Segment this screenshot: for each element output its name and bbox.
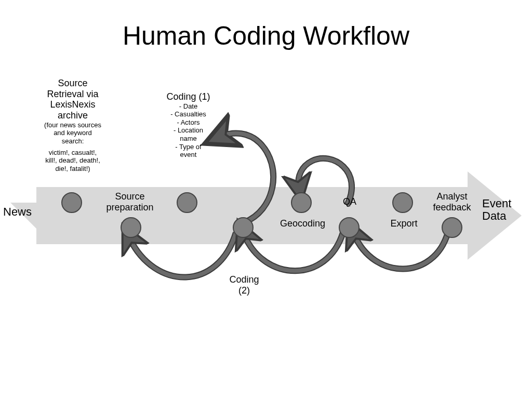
an1: Analyst	[426, 191, 478, 202]
node-qa	[339, 217, 360, 238]
node-export	[392, 192, 413, 213]
node-coding2	[233, 217, 254, 238]
c1-i5b: event	[151, 151, 226, 159]
end-label: Event Data	[482, 197, 532, 222]
sp1: Source	[99, 191, 161, 202]
src-k1: victim!, casualt!,	[36, 149, 109, 157]
end-label-2: Data	[482, 210, 532, 222]
coding2-label: Coding (2)	[223, 274, 265, 296]
c1-i4b: name	[151, 135, 226, 143]
node-analyst	[442, 217, 462, 238]
start-label: News	[3, 205, 39, 218]
sp2: preparation	[99, 202, 161, 213]
src-p3: search:	[36, 137, 109, 145]
src-k3: die!, fatalit!)	[36, 165, 109, 173]
end-label-1: Event	[482, 197, 532, 210]
c1-i3: - Actors	[151, 118, 226, 127]
src-h4: archive	[36, 110, 109, 121]
c1-i2: - Casualties	[151, 110, 226, 118]
export-label: Export	[384, 218, 423, 229]
analyst-label: Analyst feedback	[426, 191, 478, 212]
node-coding1	[177, 192, 197, 213]
node-source-prep	[121, 217, 141, 238]
src-h1: Source	[36, 78, 109, 89]
node-source-retrieval	[61, 192, 82, 213]
qa-label: QA	[337, 196, 363, 207]
coding1-block: Coding (1) - Date - Casualties - Actors …	[151, 91, 226, 159]
src-p2: and keyword	[36, 129, 109, 137]
c1-h: Coding (1)	[151, 91, 226, 102]
source-prep-label: Source preparation	[99, 191, 161, 212]
c1-i1: - Date	[151, 102, 226, 111]
c2-2: (2)	[223, 285, 265, 296]
src-h2: Retrieval via	[36, 89, 109, 100]
source-retrieval-block: Source Retrieval via LexisNexis archive …	[36, 78, 109, 172]
geocoding-label: Geocoding	[275, 218, 330, 229]
c1-i4: - Location	[151, 126, 226, 135]
c1-i5: - Type of	[151, 143, 226, 151]
an2: feedback	[426, 202, 478, 213]
c2-1: Coding	[223, 274, 265, 285]
node-geocoding	[291, 192, 312, 213]
src-p1: (four news sources	[36, 121, 109, 129]
src-h3: LexisNexis	[36, 99, 109, 110]
src-k2: kill!, dead!, death!,	[36, 156, 109, 165]
